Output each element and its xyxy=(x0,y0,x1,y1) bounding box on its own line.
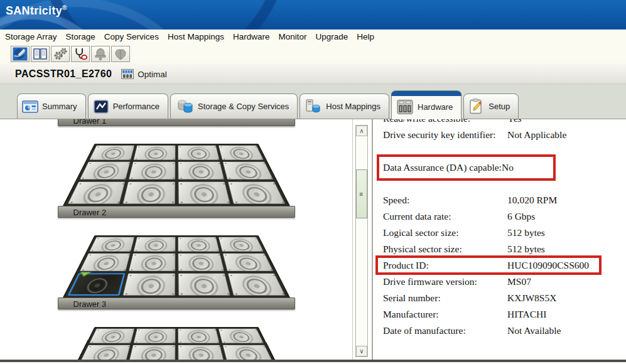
drawer-label: Drawer 2 xyxy=(73,207,107,218)
property-label: Serial number: xyxy=(383,292,507,304)
drive-slot[interactable] xyxy=(122,273,175,296)
drive-slot[interactable] xyxy=(218,146,264,160)
drawer-label: Drawer 1 xyxy=(73,119,107,126)
drive-slot[interactable] xyxy=(128,345,175,360)
drive-slot[interactable] xyxy=(128,254,175,272)
property-value: HITACHI xyxy=(507,309,546,320)
menu-item-hardware[interactable]: Hardware xyxy=(229,32,274,41)
drive-slot[interactable] xyxy=(227,181,285,204)
property-value: KXJW8S5X xyxy=(507,292,556,304)
drawer-grid-wrap xyxy=(62,316,291,360)
drive-slot[interactable] xyxy=(89,329,134,343)
property-row-drive-security-key-identifier: Drive security key identifier: Not Appli… xyxy=(383,127,626,143)
drive-slot-selected[interactable] xyxy=(67,273,125,296)
property-value: Not Applicable xyxy=(507,129,566,141)
drive-slot[interactable] xyxy=(227,273,285,296)
drawer-front-bar[interactable]: Drawer 2 xyxy=(58,206,295,218)
scrollbar-thumb[interactable]: ≡ xyxy=(356,169,367,218)
property-value: 6 Gbps xyxy=(507,211,535,222)
host-mappings-icon xyxy=(305,99,322,115)
drive-slot[interactable] xyxy=(177,162,224,180)
drive-slot[interactable] xyxy=(177,329,219,343)
chevron-down-icon: ∨ xyxy=(359,348,364,355)
drive-slot[interactable] xyxy=(133,146,175,160)
drive-slot[interactable] xyxy=(79,254,130,272)
menu-item-copy-services[interactable]: Copy Services xyxy=(100,32,163,41)
tab-storage-copy-services[interactable]: Storage & Copy Services xyxy=(170,94,298,119)
hardware-icon xyxy=(396,99,414,115)
drive-slot[interactable] xyxy=(122,181,175,204)
property-row-data-assurance-da-capable: Data Assurance (DA) capable: No xyxy=(383,159,626,176)
property-value: 512 bytes xyxy=(507,244,545,255)
tab-label: Host Mappings xyxy=(326,102,380,111)
menu-item-storage[interactable]: Storage xyxy=(62,32,100,41)
menu-item-host-mappings[interactable]: Host Mappings xyxy=(163,32,229,41)
drawer-grid-wrap xyxy=(62,132,291,207)
drive-slot[interactable] xyxy=(177,345,224,360)
drive-slot[interactable] xyxy=(222,254,273,272)
drive-properties-pane: Read/write accessible: Yes Drive securit… xyxy=(372,119,626,360)
scroll-up-button[interactable]: ∧ xyxy=(356,126,367,136)
property-row-read-write-accessible: Read/write accessible: Yes xyxy=(383,119,626,127)
tab-bar: Summary Performance Storage & Copy Servi… xyxy=(0,84,626,119)
drive-slot[interactable] xyxy=(218,237,264,252)
clasped-hands-icon xyxy=(113,47,128,61)
santricity-window: SANtricity® Storage ArrayStorageCopy Ser… xyxy=(0,0,626,364)
property-row-serial-number: Serial number: KXJW8S5X xyxy=(383,290,626,306)
property-label: Manufacturer: xyxy=(383,309,507,320)
drive-slot[interactable] xyxy=(177,254,224,272)
tab-label: Performance xyxy=(113,102,159,111)
tab-setup[interactable]: Setup xyxy=(463,94,519,119)
trademark-symbol: ® xyxy=(62,4,67,11)
drive-slot[interactable] xyxy=(222,345,273,360)
menu-item-storage-array[interactable]: Storage Array xyxy=(1,32,62,41)
drive-slot[interactable] xyxy=(218,329,264,343)
menu-item-upgrade[interactable]: Upgrade xyxy=(311,32,352,41)
menu-item-help[interactable]: Help xyxy=(352,32,379,41)
globe-pencil-button[interactable] xyxy=(11,46,30,62)
property-label: Date of manufacture: xyxy=(383,325,507,336)
drive-slot[interactable] xyxy=(178,181,230,204)
tab-host-mappings[interactable]: Host Mappings xyxy=(300,94,389,119)
tab-hardware[interactable]: Hardware xyxy=(391,90,461,119)
drive-slot[interactable] xyxy=(178,273,230,296)
property-row-product-id: Product ID: HUC109090CSS600 xyxy=(383,257,626,274)
clasped-hands-button[interactable] xyxy=(111,46,130,62)
vertical-scrollbar[interactable]: ∧ ≡ ∨ xyxy=(355,125,368,357)
drawer-grid-wrap xyxy=(62,224,291,299)
drive-slot[interactable] xyxy=(177,146,219,160)
drive-slot[interactable] xyxy=(128,162,175,180)
scroll-down-button[interactable]: ∨ xyxy=(356,346,367,356)
open-book-button[interactable] xyxy=(31,46,50,62)
drive-slot[interactable] xyxy=(133,237,175,252)
drive-tray-icon xyxy=(121,69,134,79)
setup-icon xyxy=(468,99,485,115)
tab-summary[interactable]: Summary xyxy=(17,94,86,119)
drive-slot[interactable] xyxy=(67,181,125,204)
property-gap xyxy=(383,176,626,192)
drive-slot[interactable] xyxy=(79,345,130,360)
drive-slot[interactable] xyxy=(89,146,134,160)
property-value: Not Available xyxy=(507,325,561,336)
status-badge: Optimal xyxy=(138,70,167,79)
property-row-logical-sector-size: Logical sector size: 512 bytes xyxy=(383,225,626,241)
tab-performance[interactable]: Performance xyxy=(88,94,168,119)
grip-icon: ≡ xyxy=(360,191,364,198)
drawer-front-bar[interactable]: Drawer 1 xyxy=(58,119,295,126)
drive-slot[interactable] xyxy=(89,237,134,252)
property-row-drive-firmware-version: Drive firmware version: MS07 xyxy=(383,274,626,290)
drive-slot[interactable] xyxy=(133,329,175,343)
drawer-front-bar[interactable]: Drawer 3 xyxy=(58,297,295,309)
property-value: No xyxy=(502,162,514,173)
gears-icon xyxy=(53,47,68,61)
menu-item-monitor[interactable]: Monitor xyxy=(274,32,311,41)
drive-slot[interactable] xyxy=(222,162,273,180)
drive-slot[interactable] xyxy=(177,237,219,252)
property-label: Product ID: xyxy=(383,260,507,271)
gears-button[interactable] xyxy=(51,46,70,62)
drive-slot[interactable] xyxy=(79,162,130,180)
stethoscope-button[interactable] xyxy=(71,46,90,62)
bell-button[interactable] xyxy=(91,46,110,62)
property-label: Current data rate: xyxy=(383,211,507,222)
property-label: Drive security key identifier: xyxy=(383,129,507,141)
